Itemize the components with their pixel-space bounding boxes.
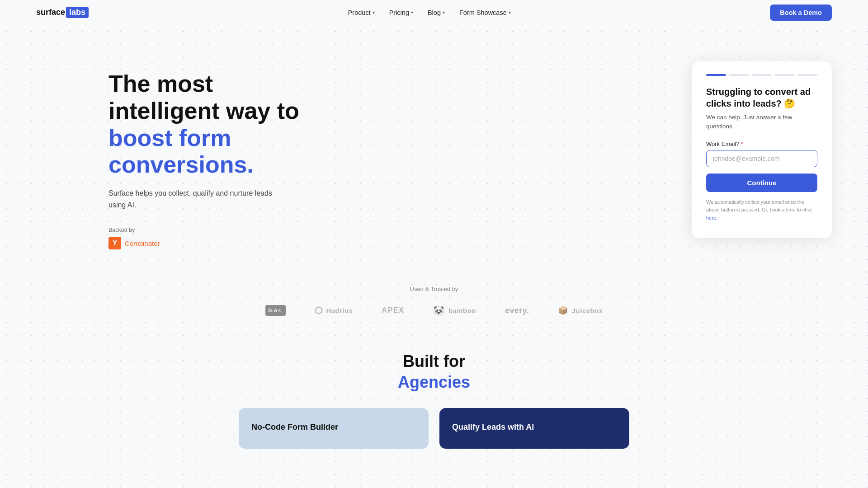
nav-blog[interactable]: Blog ▾ [421,5,451,20]
logos-row: B·A·L ⬡ Hadrius APEX 🐼 bamboo every. 📦 J… [36,305,832,316]
chevron-down-icon: ▾ [509,10,511,15]
logo-apex: APEX [382,306,404,314]
logo-every: every. [505,306,529,315]
bamboo-icon: 🐼 [433,305,444,316]
form-subheading: We can help. Just answer a few questions… [706,113,817,131]
logo-bal: B·A·L [265,305,286,316]
form-disclaimer: We automatically collect your email once… [706,198,817,222]
logo-labs: labs [66,7,89,18]
trusted-label: Used & Trusted by [36,286,832,292]
disclaimer-link[interactable]: here. [706,215,717,221]
hero-left: The most intelligent way to boost form c… [108,52,344,249]
yc-badge: Y Combinator [108,237,344,249]
logo-bamboo: 🐼 bamboo [433,305,476,316]
form-card: Struggling to convert ad clicks into lea… [692,61,832,238]
nav-links: Product ▾ Pricing ▾ Blog ▾ Form Showcase… [342,5,517,20]
progress-step-1 [706,74,726,76]
yc-logo: Y [108,237,121,249]
juicebox-icon: 📦 [558,305,568,315]
progress-step-5 [797,74,817,76]
email-label: Work Email? * [706,141,817,147]
nav-form-showcase[interactable]: Form Showcase ▾ [453,5,517,20]
progress-step-4 [774,74,794,76]
logo-juicebox: 📦 Juicebox [558,305,603,315]
chevron-down-icon: ▾ [443,10,445,15]
continue-button[interactable]: Continue [706,174,817,192]
yc-name: Combinator [125,239,160,247]
progress-bar [706,74,817,76]
progress-step-2 [729,74,749,76]
feature-card-no-code-title: No-Code Form Builder [251,422,416,432]
hero-subtitle: Surface helps you collect, qualify and n… [108,188,280,211]
progress-step-3 [752,74,772,76]
hero-accent: boost form conversions. [108,125,254,178]
nav-product[interactable]: Product ▾ [342,5,381,20]
chevron-down-icon: ▾ [411,10,413,15]
logo-surface: surface [36,8,65,17]
feature-card-qualify-leads: Qualify Leads with AI [439,408,629,449]
logo[interactable]: surface labs [36,7,89,18]
required-indicator: * [741,141,743,147]
hero-section: The most intelligent way to boost form c… [0,25,868,277]
logo-hadrius: ⬡ Hadrius [315,305,353,316]
feature-cards-row: No-Code Form Builder Qualify Leads with … [36,408,832,458]
feature-card-no-code: No-Code Form Builder [239,408,429,449]
form-heading: Struggling to convert ad clicks into lea… [706,86,817,109]
book-demo-button[interactable]: Book a Demo [770,5,832,21]
email-input[interactable] [706,150,817,167]
built-for-accent: Agencies [36,373,832,392]
trusted-section: Used & Trusted by B·A·L ⬡ Hadrius APEX 🐼… [0,277,868,338]
backed-by: Backed by Y Combinator [108,227,344,249]
nav-pricing[interactable]: Pricing ▾ [383,5,420,20]
hero-title: The most intelligent way to boost form c… [108,70,344,178]
feature-card-qualify-leads-title: Qualify Leads with AI [452,422,617,432]
built-for-heading: Built for [36,352,832,371]
hadrius-icon: ⬡ [315,305,322,316]
built-for-section: Built for Agencies No-Code Form Builder … [0,338,868,458]
navbar: surface labs Product ▾ Pricing ▾ Blog ▾ … [0,0,868,25]
chevron-down-icon: ▾ [373,10,375,15]
backed-label: Backed by [108,227,344,233]
